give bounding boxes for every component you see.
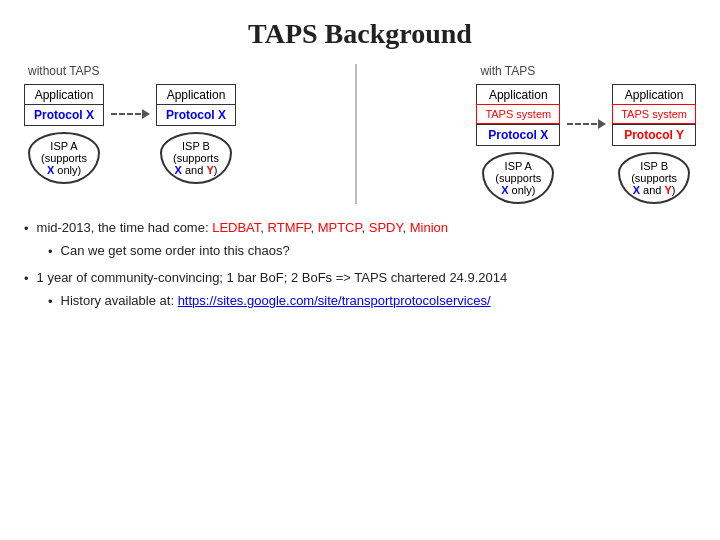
bullet-1-sub: • Can we get some order into this chaos? [48,241,696,262]
bullet-1-text: mid-2013, the time had come: LEDBAT, RTM… [37,218,448,238]
without-taps-right-boxes: Application Protocol X [156,84,236,126]
without-taps-left-app: Application [24,84,104,105]
history-link[interactable]: https://sites.google.com/site/transportp… [178,293,491,308]
without-taps-right-isp: ISP B(supportsX and Y) [160,132,232,184]
bullet-2-sub: • History available at: https://sites.go… [48,291,696,312]
with-taps-right-stack: Application TAPS system Protocol Y ISP B… [612,84,696,204]
with-taps-right-proto: Protocol Y [612,124,696,146]
without-taps-diagram: Application Protocol X ISP A(supportsX o… [24,84,236,184]
with-taps-left-stack: Application TAPS system Protocol X ISP A… [476,84,560,204]
with-taps-left-taps: TAPS system [476,104,560,124]
page: TAPS Background without TAPS Application… [0,0,720,540]
without-taps-right-proto: Protocol X [156,104,236,126]
bullet-2-sub-text: History available at: https://sites.goog… [61,291,491,311]
with-taps-label: with TAPS [480,64,535,78]
without-taps-section: without TAPS Application Protocol X ISP … [24,64,236,184]
divider [355,64,357,204]
rtmfp-highlight: RTMFP [268,220,311,235]
mptcp-highlight: MPTCP [318,220,362,235]
with-taps-left-proto: Protocol X [476,124,560,146]
bullet-2-text: 1 year of community-convincing; 1 bar Bo… [37,268,508,288]
bullet-2-sub-dot: • [48,292,53,312]
bullet-1-sub-dot: • [48,242,53,262]
with-taps-arrow [566,119,606,129]
without-taps-left-isp: ISP A(supportsX only) [28,132,100,184]
bullet-1-sub-text: Can we get some order into this chaos? [61,241,290,261]
with-taps-diagram: Application TAPS system Protocol X ISP A… [476,84,696,204]
page-title: TAPS Background [24,18,696,50]
without-taps-left-stack: Application Protocol X ISP A(supportsX o… [24,84,104,184]
without-taps-right-stack: Application Protocol X ISP B(supportsX a… [156,84,236,184]
minion-highlight: Minion [410,220,448,235]
without-taps-arrow [110,109,150,119]
with-taps-right-app: Application [612,84,696,105]
bullet-2-main: • 1 year of community-convincing; 1 bar … [24,268,696,289]
with-taps-right-isp: ISP B(supportsX and Y) [618,152,690,204]
with-taps-left-isp: ISP A(supportsX only) [482,152,554,204]
diagram-area: without TAPS Application Protocol X ISP … [24,64,696,204]
with-taps-left-boxes: Application TAPS system Protocol X [476,84,560,146]
bullets: • mid-2013, the time had come: LEDBAT, R… [24,218,696,315]
with-taps-section: with TAPS Application TAPS system Protoc… [476,64,696,204]
ledbat-highlight: LEDBAT [212,220,260,235]
bullet-1-dot: • [24,219,29,239]
spdy-highlight: SPDY [369,220,403,235]
with-taps-right-boxes: Application TAPS system Protocol Y [612,84,696,146]
without-taps-right-app: Application [156,84,236,105]
without-taps-left-boxes: Application Protocol X [24,84,104,126]
without-taps-left-proto: Protocol X [24,104,104,126]
bullet-2-dot: • [24,269,29,289]
with-taps-right-taps: TAPS system [612,104,696,124]
bullet-1-main: • mid-2013, the time had come: LEDBAT, R… [24,218,696,239]
with-taps-left-app: Application [476,84,560,105]
without-taps-label: without TAPS [28,64,100,78]
